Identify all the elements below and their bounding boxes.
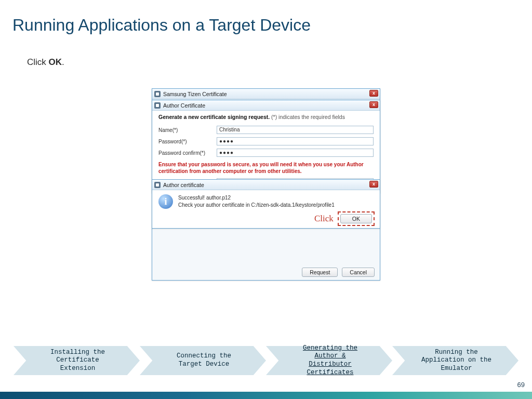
app-icon (154, 182, 161, 188)
step-run-emulator: Running theApplication on theEmulator (392, 346, 518, 375)
request-button[interactable]: Request (302, 268, 338, 277)
name-label: Name(*) (158, 127, 217, 133)
titlebar-tizen: Samsung Tizen Certificate x (152, 89, 380, 99)
app-icon (154, 91, 161, 97)
instruction-bold: OK (49, 57, 62, 67)
titlebar-author-result: Author certificate x (152, 180, 380, 190)
step-label: Connecting theTarget Device (159, 352, 247, 368)
app-icon (154, 102, 161, 109)
name-field[interactable]: Christina (217, 126, 374, 134)
step-label: Installing theCertificateExtension (33, 349, 121, 373)
password-warning: Ensure that your password is secure, as … (158, 162, 374, 175)
screenshot-mock: Samsung Tizen Certificate x Request Canc… (152, 88, 380, 296)
caption-bold: Generate a new certificate signing reque… (158, 114, 270, 120)
cancel-button[interactable]: Cancel (342, 268, 375, 277)
page-number: 69 (517, 381, 525, 389)
step-install-extension: Installing theCertificateExtension (14, 346, 140, 375)
result-message: Successful! author.p12 Check your author… (178, 194, 335, 208)
password-confirm-field[interactable]: ●●●● (217, 149, 374, 157)
footer-accent-bar (0, 392, 532, 399)
process-steps: Installing theCertificateExtension Conne… (14, 346, 518, 382)
result-line-1: Successful! author.p12 (178, 194, 335, 202)
ok-highlight: OK (338, 211, 375, 226)
instruction-suffix: . (62, 57, 64, 67)
ok-button[interactable]: OK (340, 214, 372, 223)
info-icon (158, 194, 173, 209)
password-confirm-label: Password confirm(*) (158, 150, 217, 156)
form-caption: Generate a new certificate signing reque… (158, 114, 374, 120)
step-connect-device: Connecting theTarget Device (140, 346, 266, 375)
caption-hint: (*) indicates the required fields (270, 114, 345, 120)
instruction-text: Click OK. (27, 57, 64, 68)
dialog-author-certificate-result: Author certificate x Successful! author.… (152, 179, 380, 229)
close-icon[interactable]: x (369, 90, 378, 97)
titlebar-text: Author certificate (163, 182, 204, 188)
instruction-prefix: Click (27, 57, 49, 67)
close-icon[interactable]: x (369, 181, 378, 188)
titlebar-author-form: Author Certificate x (152, 100, 380, 111)
titlebar-text: Author Certificate (163, 102, 205, 109)
close-icon[interactable]: x (369, 101, 378, 108)
step-label: Generating theAuthor &DistributorCertifi… (285, 344, 373, 377)
page-title: Running Applications on a Target Device (12, 16, 311, 35)
step-label: Running theApplication on theEmulator (404, 349, 507, 373)
password-field[interactable]: ●●●● (217, 137, 374, 145)
result-line-2: Check your author certificate in C:/tize… (178, 202, 335, 209)
titlebar-text: Samsung Tizen Certificate (163, 91, 227, 97)
password-label: Password(*) (158, 139, 217, 144)
click-annotation: Click (314, 214, 334, 224)
step-generate-certificates: Generating theAuthor &DistributorCertifi… (266, 346, 392, 375)
